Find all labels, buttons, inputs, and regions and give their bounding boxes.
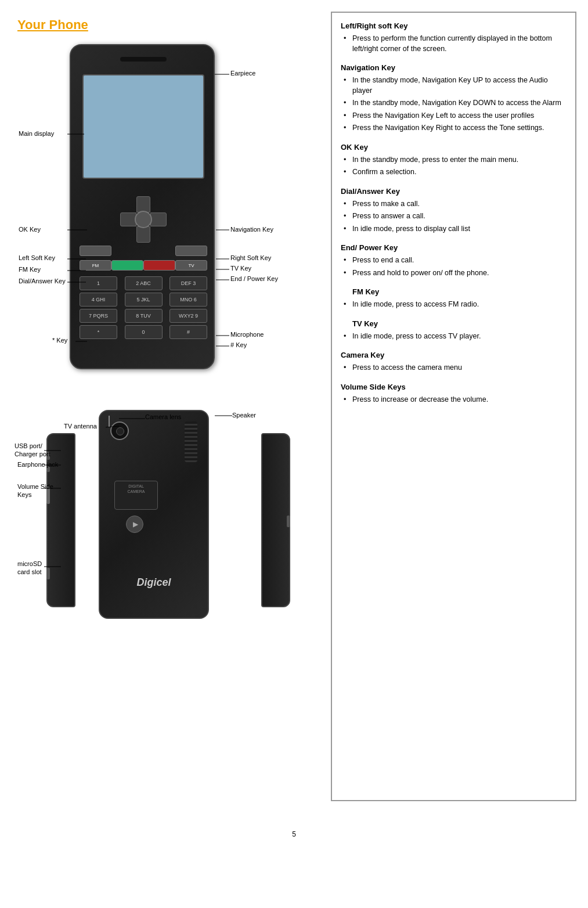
key-9: WXY2 9 [169,309,207,323]
key-0: 0 [125,325,163,339]
bullet-end-1: Press to end a call. [344,255,567,266]
dial-key-btn [111,260,143,271]
section-list-left-right-soft-key: Press to perform the function currently … [341,34,567,54]
nav-center [135,211,152,228]
bullet-tv-1: In idle mode, press to access TV player. [344,332,567,342]
left-soft-key-label: Left Soft Key [19,254,55,261]
phone-front-image: FM TV 1 2 ABC DEF 3 [70,44,215,369]
section-list-dial-key: Press to make a call. Press to answer a … [341,199,567,235]
microsd-slot [46,568,50,579]
section-list-navigation-key: In the standby mode, Navigation Key UP t… [341,75,567,134]
section-list-volume-keys: Press to increase or decrease the volume… [341,395,567,405]
camera-inner [116,427,124,435]
phone-right-side [261,433,290,607]
brand-text: Digicel [100,576,208,589]
section-navigation-key: Navigation Key In the standby mode, Navi… [341,63,567,134]
section-dial-answer-key: Dial/Answer Key Press to make a call. Pr… [341,187,567,235]
section-title-fm-key: FM Key [341,287,567,296]
nav-up [136,196,150,212]
phone-left-side [46,433,75,607]
main-display-label: Main display [19,130,54,137]
bullet-dial-2: Press to answer a call. [344,211,567,222]
section-left-right-soft-key: Left/Right soft Key Press to perform the… [341,21,567,54]
nav-right [150,212,167,226]
bullet-ok-1: In the standby mode, press to enter the … [344,155,567,165]
key-star: * [80,325,117,339]
nav-cross [120,196,167,243]
camera-lens [110,421,129,440]
dial-answer-label: Dial/Answer Key [19,278,66,284]
bullet-nav-up: In the standby mode, Navigation Key UP t… [344,75,567,96]
key-2: 2 ABC [125,276,163,290]
bullet-dial-1: Press to make a call. [344,199,567,210]
end-power-label: End / Power Key [230,275,278,282]
bullet-volume-1: Press to increase or decrease the volume… [344,395,567,405]
bullet-item: Press to perform the function currently … [344,34,567,54]
soft-keys-row [80,246,207,256]
section-ok-key: OK Key In the standby mode, press to ent… [341,143,567,178]
phone-back: DIGITALCAMERA ▶ Digicel [99,410,209,619]
nav-left [120,212,136,226]
bullet-ok-2: Confirm a selection. [344,167,567,178]
tv-antenna-label: TV antenna [64,423,97,430]
action-keys-row: FM TV [80,260,207,271]
bullet-end-2: Press and hold to power on/ off the phon… [344,268,567,279]
hash-key-label: # Key [230,341,247,348]
phone-body: FM TV 1 2 ABC DEF 3 [70,44,215,369]
bullet-camera-1: Press to access the camera menu [344,363,567,373]
section-title-end-power-key: End/ Power Key [341,243,567,252]
play-icon: ▶ [133,520,138,528]
number-grid: 1 2 ABC DEF 3 4 GHI 5 JKL MNO 6 7 PQRS [80,276,207,341]
section-list-end-key: Press to end a call. Press and hold to p… [341,255,567,278]
star-key-label: * Key [52,337,67,344]
usb-port-label: USB port/ Charger port [15,442,50,459]
key-8: 8 TUV [125,309,163,323]
section-tv-key: TV Key In idle mode, press to access TV … [341,319,567,342]
right-soft-key-label: Right Soft Key [230,254,271,261]
navigation-key-label: Navigation Key [230,226,273,233]
tv-key-label: TV Key [230,265,251,272]
bullet-fm-1: In idle mode, press to access FM radio. [344,300,567,310]
speaker-grille [185,421,197,462]
tv-key-btn: TV [175,260,207,271]
section-end-power-key: End/ Power Key Press to end a call. Pres… [341,243,567,278]
section-title-camera-key: Camera Key [341,351,567,359]
section-title-dial-answer-key: Dial/Answer Key [341,187,567,196]
earpiece-slot [120,57,167,62]
page-title: Your Phone [17,17,319,33]
bullet-nav-right: Press the Navigation Key Right to access… [344,123,567,134]
ok-key-label: OK Key [19,226,41,233]
keypad-area: FM TV 1 2 ABC DEF 3 [80,190,207,362]
earphone-jack-label: Earphone jack [17,461,58,468]
section-list-ok-key: In the standby mode, press to enter the … [341,155,567,178]
section-title-ok-key: OK Key [341,143,567,152]
tv-antenna-line [109,416,110,427]
key-1: 1 [80,276,117,290]
section-title-volume-keys: Volume Side Keys [341,383,567,391]
fm-key-label: FM Key [19,266,41,273]
right-panel: Left/Right soft Key Press to perform the… [331,12,576,801]
section-title-left-right-soft-key: Left/Right soft Key [341,21,567,30]
camera-lens-label: Camera lens [145,413,181,420]
section-list-tv-key: In idle mode, press to access TV player. [341,332,567,342]
section-fm-key: FM Key In idle mode, press to access FM … [341,287,567,310]
section-title-tv-key: TV Key [341,319,567,328]
play-button: ▶ [126,516,143,533]
key-hash: # [169,325,207,339]
microphone-label: Microphone [230,331,264,338]
section-list-camera-key: Press to access the camera menu [341,363,567,373]
left-panel: Your Phone [12,12,325,801]
phone-screen [82,74,204,179]
section-title-navigation-key: Navigation Key [341,63,567,72]
section-camera-key: Camera Key Press to access the camera me… [341,351,567,373]
page-number: 5 [0,830,588,838]
key-4: 4 GHI [80,293,117,307]
key-5: 5 JKL [125,293,163,307]
left-soft-key-btn [80,246,111,256]
key-6: MNO 6 [169,293,207,307]
speaker-label: Speaker [232,412,256,419]
digital-camera-badge: DIGITALCAMERA [114,481,158,510]
camera-key-side [287,516,290,527]
bullet-nav-down: In the standby mode, Navigation Key DOWN… [344,98,567,109]
section-volume-keys: Volume Side Keys Press to increase or de… [341,383,567,405]
